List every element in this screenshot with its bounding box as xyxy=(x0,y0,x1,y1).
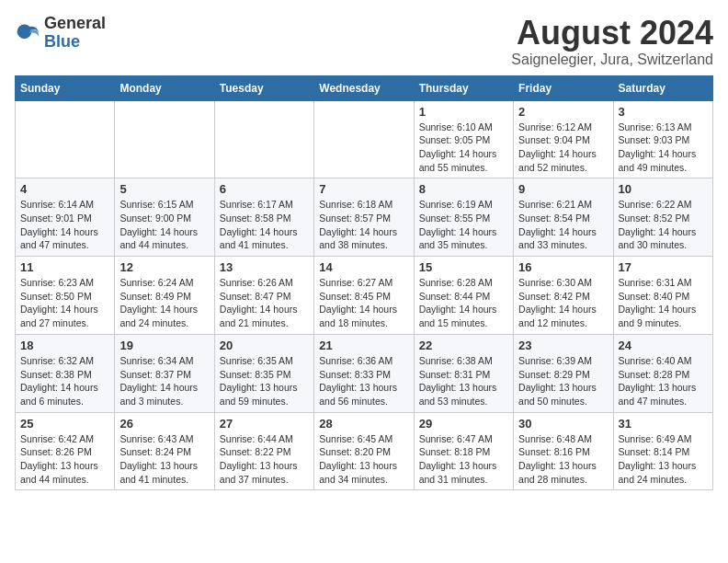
calendar-day-5: 5Sunrise: 6:15 AMSunset: 9:00 PMDaylight… xyxy=(115,178,214,257)
day-number: 21 xyxy=(319,339,408,352)
calendar-day-15: 15Sunrise: 6:28 AMSunset: 8:44 PMDayligh… xyxy=(414,257,513,335)
day-number: 3 xyxy=(619,105,708,119)
day-number: 14 xyxy=(319,260,408,274)
day-number: 16 xyxy=(518,260,608,274)
day-number: 8 xyxy=(419,182,508,196)
calendar-empty-cell xyxy=(214,100,313,178)
day-info: Sunrise: 6:47 AMSunset: 8:18 PMDaylight:… xyxy=(419,432,508,487)
day-info: Sunrise: 6:48 AMSunset: 8:16 PMDaylight:… xyxy=(518,432,608,487)
calendar-empty-cell xyxy=(16,100,115,178)
day-info: Sunrise: 6:12 AMSunset: 9:04 PMDaylight:… xyxy=(518,121,608,175)
calendar-day-9: 9Sunrise: 6:21 AMSunset: 8:54 PMDaylight… xyxy=(514,178,613,257)
calendar-day-16: 16Sunrise: 6:30 AMSunset: 8:42 PMDayligh… xyxy=(514,257,613,335)
day-number: 7 xyxy=(319,182,408,196)
day-number: 28 xyxy=(319,417,408,431)
day-info: Sunrise: 6:35 AMSunset: 8:35 PMDaylight:… xyxy=(220,354,309,408)
calendar-day-31: 31Sunrise: 6:49 AMSunset: 8:14 PMDayligh… xyxy=(613,412,712,490)
calendar-day-1: 1Sunrise: 6:10 AMSunset: 9:05 PMDaylight… xyxy=(414,100,513,178)
day-info: Sunrise: 6:38 AMSunset: 8:31 PMDaylight:… xyxy=(419,354,508,408)
calendar-week-row: 1Sunrise: 6:10 AMSunset: 9:05 PMDaylight… xyxy=(16,100,713,178)
day-info: Sunrise: 6:31 AMSunset: 8:40 PMDaylight:… xyxy=(619,276,708,330)
day-info: Sunrise: 6:15 AMSunset: 9:00 PMDaylight:… xyxy=(119,198,209,252)
day-number: 2 xyxy=(518,105,608,119)
day-number: 6 xyxy=(220,182,309,196)
calendar-day-26: 26Sunrise: 6:43 AMSunset: 8:24 PMDayligh… xyxy=(115,412,214,490)
day-number: 11 xyxy=(20,260,109,274)
calendar-empty-cell xyxy=(115,100,214,178)
calendar-day-20: 20Sunrise: 6:35 AMSunset: 8:35 PMDayligh… xyxy=(214,334,313,412)
day-info: Sunrise: 6:43 AMSunset: 8:24 PMDaylight:… xyxy=(119,432,209,487)
day-number: 23 xyxy=(518,339,608,352)
calendar-day-17: 17Sunrise: 6:31 AMSunset: 8:40 PMDayligh… xyxy=(613,257,712,335)
day-info: Sunrise: 6:44 AMSunset: 8:22 PMDaylight:… xyxy=(220,432,309,487)
calendar-day-2: 2Sunrise: 6:12 AMSunset: 9:04 PMDaylight… xyxy=(514,100,613,178)
calendar-day-29: 29Sunrise: 6:47 AMSunset: 8:18 PMDayligh… xyxy=(414,412,513,490)
day-info: Sunrise: 6:10 AMSunset: 9:05 PMDaylight:… xyxy=(419,121,508,175)
day-info: Sunrise: 6:34 AMSunset: 8:37 PMDaylight:… xyxy=(119,354,209,408)
title-block: August 2024 Saignelegier, Jura, Switzerl… xyxy=(511,15,713,68)
calendar-day-14: 14Sunrise: 6:27 AMSunset: 8:45 PMDayligh… xyxy=(314,257,414,335)
day-number: 17 xyxy=(619,260,708,274)
calendar-week-row: 4Sunrise: 6:14 AMSunset: 9:01 PMDaylight… xyxy=(16,178,713,257)
day-info: Sunrise: 6:14 AMSunset: 9:01 PMDaylight:… xyxy=(20,198,109,252)
day-number: 31 xyxy=(619,417,708,431)
day-number: 4 xyxy=(20,182,109,196)
weekday-header-friday: Friday xyxy=(514,75,613,100)
day-info: Sunrise: 6:23 AMSunset: 8:50 PMDaylight:… xyxy=(20,276,109,330)
day-number: 13 xyxy=(220,260,309,274)
day-number: 19 xyxy=(119,339,209,352)
day-number: 18 xyxy=(20,339,109,352)
day-info: Sunrise: 6:40 AMSunset: 8:28 PMDaylight:… xyxy=(619,354,708,408)
calendar-week-row: 18Sunrise: 6:32 AMSunset: 8:38 PMDayligh… xyxy=(16,334,713,412)
calendar-day-24: 24Sunrise: 6:40 AMSunset: 8:28 PMDayligh… xyxy=(613,334,712,412)
calendar-day-7: 7Sunrise: 6:18 AMSunset: 8:57 PMDaylight… xyxy=(314,178,414,257)
day-number: 27 xyxy=(220,417,309,431)
calendar-day-18: 18Sunrise: 6:32 AMSunset: 8:38 PMDayligh… xyxy=(16,334,115,412)
calendar-day-25: 25Sunrise: 6:42 AMSunset: 8:26 PMDayligh… xyxy=(16,412,115,490)
day-number: 26 xyxy=(119,417,209,431)
calendar-day-12: 12Sunrise: 6:24 AMSunset: 8:49 PMDayligh… xyxy=(115,257,214,335)
day-info: Sunrise: 6:22 AMSunset: 8:52 PMDaylight:… xyxy=(619,198,708,252)
day-info: Sunrise: 6:28 AMSunset: 8:44 PMDaylight:… xyxy=(419,276,508,330)
day-info: Sunrise: 6:49 AMSunset: 8:14 PMDaylight:… xyxy=(619,432,708,487)
day-info: Sunrise: 6:39 AMSunset: 8:29 PMDaylight:… xyxy=(518,354,608,408)
day-info: Sunrise: 6:24 AMSunset: 8:49 PMDaylight:… xyxy=(119,276,209,330)
day-number: 20 xyxy=(220,339,309,352)
calendar-day-23: 23Sunrise: 6:39 AMSunset: 8:29 PMDayligh… xyxy=(514,334,613,412)
day-number: 15 xyxy=(419,260,508,274)
day-info: Sunrise: 6:13 AMSunset: 9:03 PMDaylight:… xyxy=(619,121,708,175)
day-info: Sunrise: 6:21 AMSunset: 8:54 PMDaylight:… xyxy=(518,198,608,252)
logo: General Blue xyxy=(15,15,106,52)
day-info: Sunrise: 6:30 AMSunset: 8:42 PMDaylight:… xyxy=(518,276,608,330)
calendar-day-10: 10Sunrise: 6:22 AMSunset: 8:52 PMDayligh… xyxy=(613,178,712,257)
calendar-day-21: 21Sunrise: 6:36 AMSunset: 8:33 PMDayligh… xyxy=(314,334,414,412)
day-number: 25 xyxy=(20,417,109,431)
weekday-header-tuesday: Tuesday xyxy=(214,75,313,100)
svg-point-0 xyxy=(17,24,32,39)
calendar-title: August 2024 xyxy=(511,15,713,52)
day-number: 24 xyxy=(619,339,708,352)
calendar-day-13: 13Sunrise: 6:26 AMSunset: 8:47 PMDayligh… xyxy=(214,257,313,335)
day-number: 22 xyxy=(419,339,508,352)
calendar-table: SundayMondayTuesdayWednesdayThursdayFrid… xyxy=(15,75,713,491)
day-number: 9 xyxy=(518,182,608,196)
day-info: Sunrise: 6:18 AMSunset: 8:57 PMDaylight:… xyxy=(319,198,408,252)
day-number: 12 xyxy=(119,260,209,274)
weekday-header-saturday: Saturday xyxy=(613,75,712,100)
logo-general-text: General xyxy=(44,14,106,32)
calendar-day-28: 28Sunrise: 6:45 AMSunset: 8:20 PMDayligh… xyxy=(314,412,414,490)
calendar-day-4: 4Sunrise: 6:14 AMSunset: 9:01 PMDaylight… xyxy=(16,178,115,257)
day-info: Sunrise: 6:45 AMSunset: 8:20 PMDaylight:… xyxy=(319,432,408,487)
day-number: 1 xyxy=(419,105,508,119)
day-info: Sunrise: 6:26 AMSunset: 8:47 PMDaylight:… xyxy=(220,276,309,330)
weekday-header-wednesday: Wednesday xyxy=(314,75,414,100)
day-info: Sunrise: 6:19 AMSunset: 8:55 PMDaylight:… xyxy=(419,198,508,252)
weekday-header-row: SundayMondayTuesdayWednesdayThursdayFrid… xyxy=(16,75,713,100)
calendar-subtitle: Saignelegier, Jura, Switzerland xyxy=(511,52,713,68)
day-number: 30 xyxy=(518,417,608,431)
calendar-day-11: 11Sunrise: 6:23 AMSunset: 8:50 PMDayligh… xyxy=(16,257,115,335)
day-info: Sunrise: 6:32 AMSunset: 8:38 PMDaylight:… xyxy=(20,354,109,408)
calendar-day-22: 22Sunrise: 6:38 AMSunset: 8:31 PMDayligh… xyxy=(414,334,513,412)
calendar-day-19: 19Sunrise: 6:34 AMSunset: 8:37 PMDayligh… xyxy=(115,334,214,412)
calendar-day-30: 30Sunrise: 6:48 AMSunset: 8:16 PMDayligh… xyxy=(514,412,613,490)
